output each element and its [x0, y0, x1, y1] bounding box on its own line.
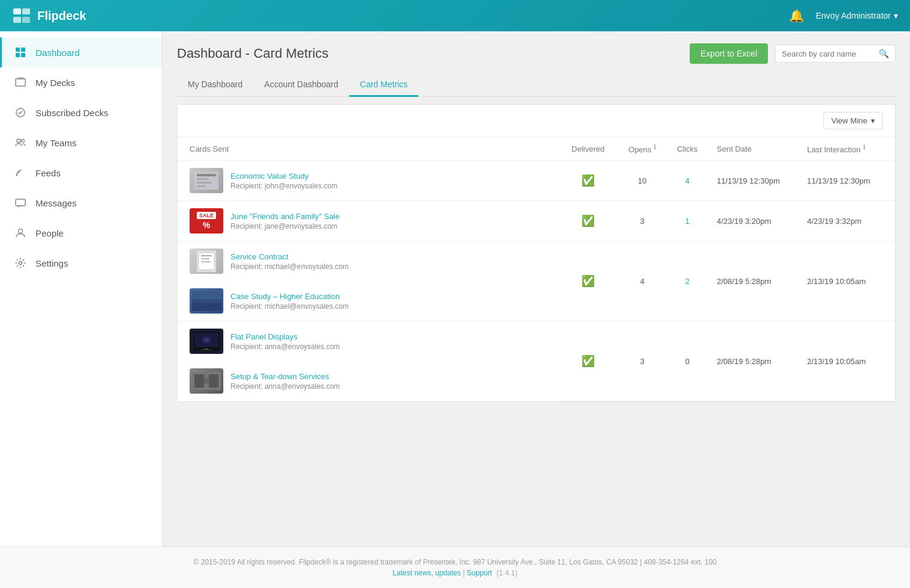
- sidebar-item-my-teams[interactable]: My Teams: [0, 128, 162, 158]
- sidebar-item-my-decks[interactable]: My Decks: [0, 67, 162, 97]
- table-row: Economic Value Study Recipient: john@env…: [178, 161, 895, 201]
- col-header-opens: Opens ℹ: [618, 137, 666, 161]
- settings-icon: [14, 256, 27, 270]
- table-row: Service Contract Recipient: michael@envo…: [178, 241, 895, 282]
- svg-rect-3: [22, 17, 30, 23]
- app-logo[interactable]: Flipdeck: [12, 7, 86, 24]
- card-cell: Case Study – Higher Education Recipient:…: [178, 281, 558, 321]
- svg-rect-39: [204, 378, 209, 384]
- my-teams-icon: [14, 136, 27, 149]
- col-header-last-interaction: Last Interaction ℹ: [799, 137, 895, 161]
- table-row: SALE% June "Friends and Family" Sale Rec…: [178, 201, 895, 241]
- last-interaction-info-icon: ℹ: [863, 143, 865, 150]
- sidebar-item-label: Messages: [36, 198, 76, 208]
- table-header-row: Cards Sent Delivered Opens ℹ Clicks Sent…: [178, 137, 895, 161]
- sidebar-item-subscribed-decks[interactable]: Subscribed Decks: [0, 97, 162, 128]
- tab-card-metrics[interactable]: Card Metrics: [349, 73, 418, 97]
- svg-rect-8: [16, 79, 25, 86]
- topnav-right: 🔔 Envoy Administrator ▾: [789, 8, 899, 23]
- svg-rect-18: [197, 174, 216, 176]
- sidebar-item-settings[interactable]: Settings: [0, 248, 162, 278]
- topnav: Flipdeck 🔔 Envoy Administrator ▾: [0, 0, 910, 31]
- sidebar-item-label: Dashboard: [36, 48, 79, 58]
- delivered-check-icon: ✅: [581, 355, 595, 367]
- svg-point-16: [19, 262, 22, 265]
- clicks-link[interactable]: 1: [685, 217, 689, 226]
- footer-latest-news-link[interactable]: Latest news, updates: [392, 569, 460, 577]
- people-icon: [14, 226, 27, 240]
- table-body: Economic Value Study Recipient: john@env…: [178, 161, 895, 401]
- my-decks-icon: [14, 76, 27, 89]
- main-content: Dashboard - Card Metrics Export to Excel…: [162, 31, 910, 546]
- footer-version: (1.4.1): [497, 569, 518, 577]
- svg-point-15: [19, 229, 23, 234]
- tab-my-dashboard[interactable]: My Dashboard: [177, 73, 253, 97]
- table-row: Flat Panel Displays Recipient: anna@envo…: [178, 321, 895, 362]
- sidebar-item-people[interactable]: People: [0, 218, 162, 248]
- svg-rect-19: [197, 178, 209, 180]
- clicks-link[interactable]: 2: [685, 277, 689, 286]
- export-excel-button[interactable]: Export to Excel: [690, 43, 768, 64]
- svg-rect-1: [22, 8, 30, 14]
- user-name: Envoy Administrator: [816, 11, 891, 20]
- card-cell: Economic Value Study Recipient: john@env…: [178, 161, 558, 201]
- card-cell: Setup & Tear-down Services Recipient: an…: [178, 361, 558, 401]
- col-header-cards-sent: Cards Sent: [178, 137, 558, 161]
- card-cell: Service Contract Recipient: michael@envo…: [178, 241, 558, 282]
- svg-rect-38: [209, 374, 218, 388]
- user-chevron-icon: ▾: [894, 11, 898, 20]
- feeds-icon: [14, 166, 27, 179]
- card-cell: Flat Panel Displays Recipient: anna@envo…: [178, 321, 558, 362]
- svg-marker-29: [191, 299, 221, 303]
- delivered-check-icon: ✅: [581, 275, 595, 287]
- subscribed-decks-icon: [14, 106, 27, 119]
- svg-point-35: [204, 338, 209, 342]
- svg-point-12: [22, 140, 25, 143]
- svg-rect-0: [13, 8, 21, 14]
- svg-rect-37: [194, 374, 204, 388]
- clicks-link[interactable]: 4: [685, 176, 689, 185]
- sidebar-item-label: My Teams: [36, 138, 76, 148]
- sidebar-item-dashboard[interactable]: Dashboard: [0, 37, 162, 67]
- footer-support-link[interactable]: Support: [467, 569, 492, 577]
- logo-icon: [12, 7, 31, 24]
- col-header-clicks: Clicks: [666, 137, 708, 161]
- view-mine-select[interactable]: View Mine ▾: [823, 112, 883, 129]
- page-title: Dashboard - Card Metrics: [177, 46, 329, 61]
- opens-info-icon: ℹ: [654, 143, 656, 150]
- search-input[interactable]: [782, 49, 875, 58]
- view-mine-label: View Mine: [831, 116, 867, 125]
- svg-rect-25: [201, 258, 209, 259]
- tab-account-dashboard[interactable]: Account Dashboard: [253, 73, 349, 97]
- card-cell: SALE% June "Friends and Family" Sale Rec…: [178, 201, 558, 241]
- sidebar-item-label: Subscribed Decks: [36, 108, 108, 118]
- svg-point-11: [17, 139, 20, 143]
- sidebar-item-messages[interactable]: Messages: [0, 188, 162, 218]
- content-header: Dashboard - Card Metrics Export to Excel…: [177, 43, 896, 64]
- user-menu[interactable]: Envoy Administrator ▾: [816, 11, 899, 20]
- sidebar-item-label: People: [36, 228, 64, 238]
- sidebar-item-feeds[interactable]: Feeds: [0, 158, 162, 188]
- svg-rect-33: [200, 350, 212, 350]
- app-name: Flipdeck: [37, 9, 86, 23]
- view-mine-bar: View Mine ▾: [178, 105, 895, 137]
- svg-rect-14: [16, 199, 25, 206]
- footer-copyright: © 2015-2019 All rights reserved. Flipdec…: [11, 558, 899, 566]
- search-icon: 🔍: [879, 49, 889, 58]
- sidebar: Dashboard My Decks Subscribed Decks: [0, 31, 162, 546]
- dashboard-icon: [14, 46, 27, 59]
- svg-rect-7: [21, 53, 25, 57]
- col-header-sent-date: Sent Date: [708, 137, 799, 161]
- svg-rect-6: [16, 53, 20, 57]
- svg-rect-20: [197, 182, 212, 184]
- delivered-check-icon: ✅: [581, 175, 595, 187]
- svg-rect-2: [13, 17, 21, 23]
- metrics-table: Cards Sent Delivered Opens ℹ Clicks Sent…: [178, 137, 895, 401]
- svg-rect-28: [191, 303, 221, 311]
- view-mine-chevron-icon: ▾: [871, 116, 875, 125]
- search-box: 🔍: [775, 45, 896, 63]
- delivered-check-icon: ✅: [581, 215, 595, 227]
- footer: © 2015-2019 All rights reserved. Flipdec…: [0, 546, 910, 588]
- sidebar-item-label: Feeds: [36, 168, 61, 178]
- bell-icon[interactable]: 🔔: [789, 8, 804, 23]
